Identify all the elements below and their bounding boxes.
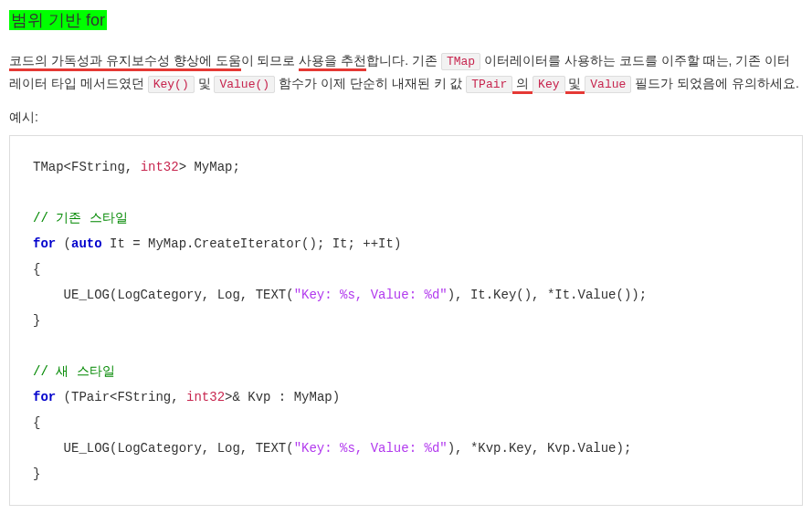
text-recommend: 사용을 추천 (299, 53, 366, 71)
code-line: UE_LOG(LogCategory, Log, TEXT("Key: %s, … (33, 288, 647, 302)
heading-text: 범위 기반 for (9, 10, 107, 30)
text: 의 (512, 76, 533, 94)
text: 필드가 되었음에 유의하세요. (631, 76, 799, 90)
code-tmap: TMap (441, 53, 480, 70)
code-key: Key (533, 76, 564, 93)
code-tpair: TPair (466, 76, 512, 93)
code-brace: { (33, 415, 40, 430)
code-block: TMap<FString, int32> MyMap; // 기존 스타일 fo… (9, 135, 803, 506)
code-key-fn: Key() (148, 76, 195, 93)
code-brace: { (33, 262, 40, 277)
text: 이 되므로 (241, 53, 300, 68)
text: 함수가 이제 단순히 내재된 키 값 (275, 76, 466, 90)
code-line: UE_LOG(LogCategory, Log, TEXT("Key: %s, … (33, 441, 631, 456)
code-value-fn: Value() (214, 76, 275, 93)
code-value: Value (585, 76, 631, 93)
text-readability: 코드의 가독성과 유지보수성 향상에 도움 (9, 53, 241, 71)
heading-range-for: 범위 기반 for (9, 9, 803, 31)
code-brace: } (33, 313, 40, 328)
text: 및 (195, 76, 215, 90)
code-comment-new: // 새 스타일 (33, 364, 115, 379)
code-line: TMap<FString, int32> MyMap; (33, 160, 240, 174)
code-line: for (auto It = MyMap.CreateIterator(); I… (33, 236, 401, 251)
code-brace: } (33, 467, 40, 481)
description-paragraph: 코드의 가독성과 유지보수성 향상에 도움이 되므로 사용을 추천합니다. 기존… (9, 49, 803, 96)
code-comment-old: // 기존 스타일 (33, 211, 128, 226)
example-label: 예시: (9, 110, 803, 126)
text: 및 (565, 76, 585, 94)
text: 합니다. 기존 (366, 53, 441, 68)
code-line: for (TPair<FString, int32>& Kvp : MyMap) (33, 390, 340, 404)
